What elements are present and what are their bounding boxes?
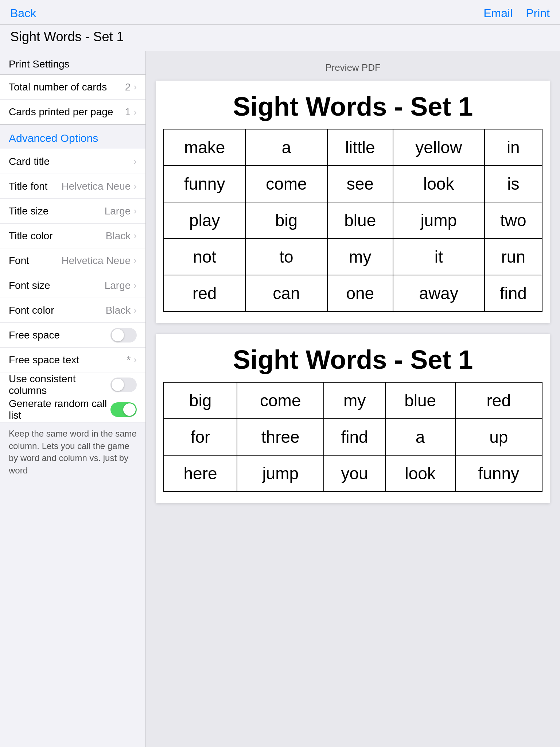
table-cell: look [385, 455, 455, 492]
font-row[interactable]: Font Helvetica Neue › [0, 248, 145, 273]
table-row: for three find a up [164, 419, 542, 455]
left-panel: Print Settings Total number of cards 2 ›… [0, 51, 146, 747]
table-cell: jump [393, 202, 485, 239]
table-cell: up [455, 419, 542, 455]
font-color-label: Font color [9, 305, 54, 316]
email-button[interactable]: Email [483, 7, 513, 20]
table-cell: little [327, 129, 393, 166]
free-space-label: Free space [9, 329, 60, 341]
table-cell: three [237, 419, 324, 455]
card-title-row[interactable]: Card title › [0, 149, 145, 174]
table-cell: find [485, 275, 542, 311]
nav-actions: Email Print [483, 7, 550, 20]
table-cell: yellow [393, 129, 485, 166]
total-cards-row[interactable]: Total number of cards 2 › [0, 75, 145, 100]
table-cell: come [245, 166, 327, 202]
table-cell: one [327, 275, 393, 311]
table-cell: jump [237, 455, 324, 492]
total-cards-value: 2 › [125, 81, 137, 93]
total-cards-chevron: › [133, 81, 137, 93]
title-color-chevron: › [133, 230, 137, 241]
print-settings-header: Print Settings [0, 51, 145, 74]
font-color-chevron: › [133, 305, 137, 316]
font-size-row[interactable]: Font size Large › [0, 273, 145, 298]
free-space-text-label: Free space text [9, 354, 79, 366]
table-row: not to my it run [164, 239, 542, 275]
title-size-label: Title size [9, 205, 48, 217]
table-row: play big blue jump two [164, 202, 542, 239]
random-call-list-toggle-thumb [123, 403, 136, 416]
font-size-value: Large › [105, 280, 137, 291]
title-color-row[interactable]: Title color Black › [0, 224, 145, 248]
basic-settings-group: Total number of cards 2 › Cards printed … [0, 74, 145, 125]
random-call-list-label: Generate random call list [9, 398, 110, 421]
font-label: Font [9, 255, 29, 267]
table-row: make a little yellow in [164, 129, 542, 166]
total-cards-label: Total number of cards [9, 81, 107, 93]
title-font-label: Title font [9, 181, 47, 192]
font-size-label: Font size [9, 280, 50, 291]
table-cell: see [327, 166, 393, 202]
table-cell: blue [385, 382, 455, 419]
table-cell: away [393, 275, 485, 311]
random-call-list-row[interactable]: Generate random call list [0, 397, 145, 422]
table-cell: big [164, 382, 237, 419]
table-row: big come my blue red [164, 382, 542, 419]
table-cell: run [485, 239, 542, 275]
cards-per-page-value: 1 › [125, 106, 137, 118]
title-size-row[interactable]: Title size Large › [0, 199, 145, 224]
table-cell: red [164, 275, 245, 311]
bingo-card-2: Sight Words - Set 1 big come my blue red… [156, 334, 550, 503]
main-layout: Print Settings Total number of cards 2 ›… [0, 51, 560, 747]
table-cell: find [324, 419, 385, 455]
bingo-card-2-title: Sight Words - Set 1 [163, 345, 542, 375]
table-cell: not [164, 239, 245, 275]
advanced-options-header: Advanced Options [0, 125, 145, 149]
table-cell: can [245, 275, 327, 311]
random-call-list-toggle-track [110, 402, 137, 417]
table-cell: play [164, 202, 245, 239]
consistent-columns-toggle-track [110, 378, 137, 392]
title-size-chevron: › [133, 205, 137, 217]
consistent-columns-label: Use consistent columns [9, 373, 110, 396]
table-cell: my [324, 382, 385, 419]
free-space-text-chevron: › [133, 354, 137, 365]
table-cell: is [485, 166, 542, 202]
title-color-label: Title color [9, 230, 52, 242]
table-cell: in [485, 129, 542, 166]
table-cell: my [327, 239, 393, 275]
table-cell: here [164, 455, 237, 492]
free-space-text-value: * › [127, 354, 137, 366]
card-title-label: Card title [9, 156, 50, 167]
consistent-columns-toggle[interactable] [110, 378, 137, 392]
cards-per-page-chevron: › [133, 107, 137, 118]
description-text: Keep the same word in the same column. L… [0, 422, 145, 483]
consistent-columns-row[interactable]: Use consistent columns [0, 372, 145, 397]
table-row: here jump you look funny [164, 455, 542, 492]
random-call-list-toggle[interactable] [110, 402, 137, 417]
preview-header: Preview PDF [325, 62, 381, 73]
table-cell: a [245, 129, 327, 166]
title-font-value: Helvetica Neue › [61, 181, 137, 192]
table-cell: make [164, 129, 245, 166]
free-space-text-row[interactable]: Free space text * › [0, 348, 145, 372]
font-chevron: › [133, 255, 137, 266]
page-title-row: Sight Words - Set 1 [0, 25, 560, 51]
table-cell: come [237, 382, 324, 419]
table-cell: you [324, 455, 385, 492]
nav-left: Back [10, 7, 36, 20]
free-space-toggle[interactable] [110, 328, 137, 342]
cards-per-page-row[interactable]: Cards printed per page 1 › [0, 100, 145, 124]
table-cell: funny [455, 455, 542, 492]
print-button[interactable]: Print [526, 7, 550, 20]
nav-bar: Back Email Print [0, 0, 560, 25]
right-panel: Preview PDF Sight Words - Set 1 make a l… [146, 51, 560, 747]
table-cell: to [245, 239, 327, 275]
free-space-toggle-track [110, 328, 137, 342]
cards-per-page-label: Cards printed per page [9, 106, 113, 118]
font-color-row[interactable]: Font color Black › [0, 298, 145, 323]
free-space-row[interactable]: Free space [0, 323, 145, 348]
title-font-row[interactable]: Title font Helvetica Neue › [0, 174, 145, 199]
back-button[interactable]: Back [10, 7, 36, 20]
table-cell: funny [164, 166, 245, 202]
